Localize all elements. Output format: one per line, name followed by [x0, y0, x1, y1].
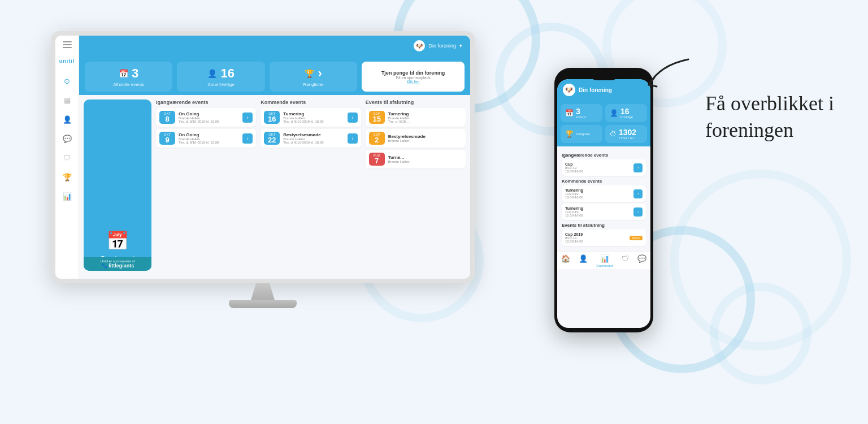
phone-event-time: 10.00-16.00 — [565, 240, 583, 243]
table-row[interactable]: OKT 9 On Going Brande Hallen Tirs. d. 8/… — [156, 129, 256, 148]
event-day: 7 — [369, 157, 385, 165]
dashboard-icon: 📊 — [600, 254, 609, 263]
promo-link[interactable]: Klik her — [406, 80, 419, 84]
phone-hours-num: 1302 — [619, 128, 636, 136]
ongoing-title: Igangværende events — [156, 99, 256, 105]
event-time: Tirs. d. 8/10... — [388, 120, 462, 123]
closing-title: Events til afslutning — [366, 99, 466, 105]
phone-outer: 🐶 Din forening 📅 3 Events 👤 — [554, 68, 653, 332]
event-name: Turnering — [388, 111, 462, 116]
chat-icon: 💬 — [637, 254, 646, 263]
list-item[interactable]: Cup 2019 8/10-19 10.00-16.00 Afslut — [562, 230, 646, 246]
list-item[interactable]: Cup 8/10-19 10.00-16.00 › — [562, 159, 646, 176]
closing-events-col: Events til afslutning SEP 15 Turnering — [366, 99, 466, 271]
user-avatar: 🐶 — [414, 40, 425, 51]
phone-nav-user[interactable]: 👤 — [579, 254, 588, 267]
table-row[interactable]: AUG 7 Turne... Brande Hallen — [366, 150, 466, 168]
arrow-decoration — [643, 54, 700, 93]
table-row[interactable]: OKT 16 Turnering Brande Hallen Tirs. d. … — [261, 108, 361, 127]
event-day: 15 — [369, 115, 385, 123]
event-arrow[interactable]: › — [242, 133, 253, 144]
phone-nav-chat[interactable]: 💬 — [637, 254, 646, 267]
event-info: On Going Brande Hallen Tirs. d. 8/10-201… — [179, 111, 239, 123]
event-info: Turne... Brande Hallen — [388, 155, 462, 163]
header-username: Din forening — [428, 43, 456, 49]
phone-event-arrow[interactable]: › — [633, 163, 643, 172]
phone-stat-rankings[interactable]: 🏆 Rangliste — [561, 125, 602, 143]
phone-ongoing-title: Igangværende events — [562, 153, 646, 158]
monitor-stand — [51, 283, 475, 308]
home-icon: 🏠 — [561, 254, 570, 263]
sidebar-icon-shield[interactable]: 🛡 — [62, 152, 73, 163]
phone-nav-dashboard-label: Dashboard — [596, 264, 613, 267]
event-arrow[interactable]: › — [242, 113, 253, 123]
hamburger-menu[interactable] — [63, 41, 72, 48]
phone-event-arrow[interactable]: › — [633, 189, 643, 198]
app-container: unitil ⊙ ▦ 👤 💬 🛡 🏆 📊 — [55, 36, 470, 279]
event-name: Bestyrelsesmøde — [283, 132, 344, 137]
phone-nav: 🏠 👤 📊 Dashboard 🛡 💬 — [557, 251, 650, 269]
sidebar-icon-dashboard[interactable]: ⊙ — [62, 75, 73, 86]
phone-volunteers-num: 16 — [620, 107, 633, 115]
event-loc: Brande Hallen — [388, 160, 462, 163]
sidebar-icon-chat[interactable]: 💬 — [62, 133, 73, 144]
event-arrow[interactable]: › — [348, 113, 358, 123]
event-date: OKT 22 — [264, 132, 280, 145]
table-row[interactable]: OKT 8 On Going Brande Hallen Tirs. d. 8/… — [156, 108, 256, 127]
events-columns: Igangværende events OKT 8 On Going — [156, 99, 466, 271]
sidebar-icon-user[interactable]: 👤 — [62, 114, 73, 125]
phone-notch — [590, 72, 618, 80]
event-name: On Going — [179, 132, 239, 137]
upcoming-events-col: Kommende events OKT 16 Turnering — [261, 99, 361, 271]
stat-card-rankings[interactable]: 🏆 › Ranglister — [270, 62, 357, 92]
table-row[interactable]: SEP 15 Turnering Brande Hallen Tirs. d. … — [366, 108, 466, 127]
table-row[interactable]: OKT 22 Bestyrelsesmøde Brande Hallen Tir… — [261, 129, 361, 148]
phone-events-lbl: Events — [576, 115, 586, 119]
events-label: Afholdte events — [113, 82, 144, 87]
monitor-screen-outer: unitil ⊙ ▦ 👤 💬 🛡 🏆 📊 — [51, 31, 475, 283]
event-day: 9 — [159, 136, 175, 144]
promo-card[interactable]: Tjen penge til din forening Få en sponso… — [362, 62, 465, 92]
phone-nav-dashboard[interactable]: 📊 Dashboard — [596, 254, 613, 267]
stats-row: 📅 3 Afholdte events 👤 16 Antal — [79, 56, 470, 95]
event-time: Tirs. d. 8/10-2019 kl. 10.00 — [179, 120, 239, 123]
phone: 🐶 Din forening 📅 3 Events 👤 — [554, 68, 653, 332]
volunteers-label: Antal frivillige — [208, 82, 235, 87]
event-info: Bestyrelsesmøde Brande Hallen — [388, 134, 462, 142]
app-header: 🐶 Din forening ▾ — [79, 36, 470, 56]
phone-upcoming-title: Kommende events — [562, 179, 646, 184]
phone-stat-events[interactable]: 📅 3 Events — [561, 104, 602, 122]
event-info: On Going Brande Hallen Tirs. d. 8/10-201… — [179, 132, 239, 144]
phone-event-arrow[interactable]: › — [633, 207, 643, 217]
phone-avatar: 🐶 — [563, 84, 575, 96]
phone-stat-volunteers[interactable]: 👤 16 Frivillige — [605, 104, 647, 122]
phone-events-icon: 📅 — [565, 109, 574, 117]
create-event-button[interactable]: 📅 Opret event Unitil er sponsoreret af 🐾… — [84, 99, 151, 271]
list-item[interactable]: Turnering 11/10-19 10.00-16.00 › — [562, 185, 646, 202]
sidebar-icon-trophy[interactable]: 🏆 — [62, 171, 73, 183]
stat-card-volunteers[interactable]: 👤 16 Antal frivillige — [177, 62, 264, 92]
event-date: SEP 15 — [369, 111, 385, 124]
event-day: 2 — [369, 136, 385, 144]
event-arrow[interactable]: › — [348, 133, 358, 144]
table-row[interactable]: SEP 2 Bestyrelsesmøde Brande Hallen — [366, 129, 466, 148]
stat-card-events[interactable]: 📅 3 Afholdte events — [85, 62, 172, 92]
volunteers-number: 16 — [220, 66, 234, 81]
phone-hours-lbl: Timer i alt — [619, 136, 636, 140]
phone-event-time: 12.30-16.00 — [565, 214, 583, 217]
phone-events-num: 3 — [576, 107, 586, 115]
events-icon: 📅 — [119, 69, 128, 78]
header-user[interactable]: 🐶 Din forening ▾ — [414, 40, 462, 51]
phone-stats-grid: 📅 3 Events 👤 16 Frivillige — [557, 101, 650, 146]
phone-nav-shield[interactable]: 🛡 — [622, 254, 629, 267]
phone-trophy-icon: 🏆 — [565, 130, 574, 138]
phone-stat-hours[interactable]: ⏱ 1302 Timer i alt — [605, 125, 647, 143]
event-day: 16 — [264, 115, 280, 123]
phone-rankings-lbl: Rangliste — [576, 132, 590, 136]
list-item[interactable]: Turnering 11/10-19 12.30-16.00 › — [562, 204, 646, 220]
sidebar-icon-chart[interactable]: 📊 — [62, 191, 73, 202]
phone-nav-home[interactable]: 🏠 — [561, 254, 570, 267]
phone-event-name: Turnering — [565, 188, 583, 192]
phone-timer-icon: ⏱ — [610, 130, 617, 138]
sidebar-icon-calendar[interactable]: ▦ — [62, 94, 73, 106]
